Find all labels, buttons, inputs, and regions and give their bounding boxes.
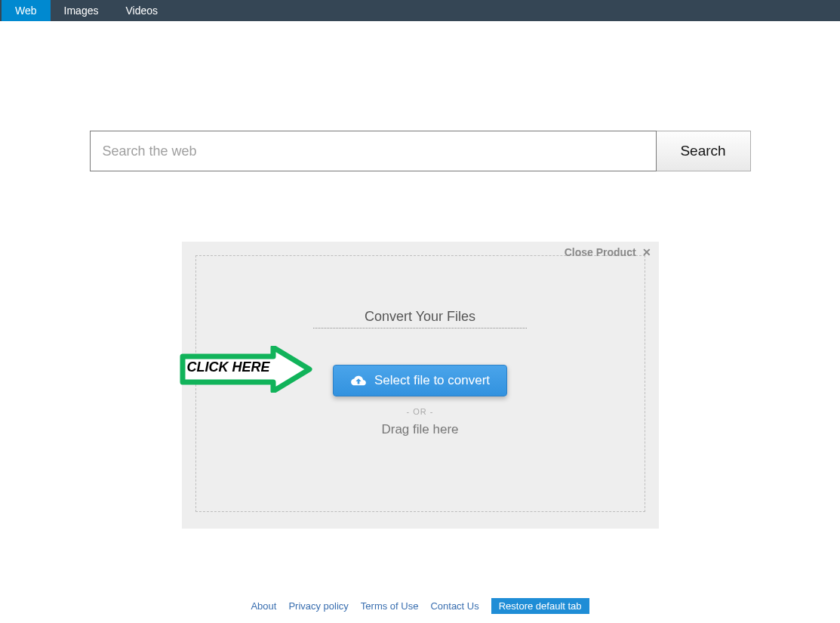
search-bar: Search: [90, 131, 751, 171]
click-here-label: CLICK HERE: [187, 359, 270, 375]
close-product-link[interactable]: Close Product ✕: [565, 246, 651, 258]
footer-link-terms[interactable]: Terms of Use: [361, 600, 419, 612]
cloud-upload-icon: [350, 374, 367, 387]
footer-link-about[interactable]: About: [251, 600, 276, 612]
converter-panel: Close Product ✕ CLICK HERE Convert Your …: [182, 242, 659, 529]
click-here-arrow: CLICK HERE: [180, 346, 312, 393]
search-input[interactable]: [90, 131, 657, 171]
footer-link-contact[interactable]: Contact Us: [430, 600, 478, 612]
restore-default-tab-button[interactable]: Restore default tab: [491, 598, 589, 614]
close-product-label: Close Product: [565, 246, 636, 258]
tab-videos[interactable]: Videos: [112, 0, 171, 21]
drag-file-label: Drag file here: [381, 422, 458, 437]
close-icon: ✕: [642, 246, 651, 258]
select-file-button[interactable]: Select file to convert: [333, 365, 507, 396]
tab-web[interactable]: Web: [2, 0, 51, 21]
or-divider: - OR -: [407, 407, 434, 416]
footer: About Privacy policy Terms of Use Contac…: [0, 598, 840, 614]
footer-link-privacy[interactable]: Privacy policy: [288, 600, 348, 612]
tab-images[interactable]: Images: [51, 0, 112, 21]
select-file-label: Select file to convert: [374, 373, 490, 388]
top-nav: Web Images Videos: [0, 0, 840, 21]
widget-title: Convert Your Files: [313, 309, 527, 328]
search-button[interactable]: Search: [657, 131, 751, 171]
